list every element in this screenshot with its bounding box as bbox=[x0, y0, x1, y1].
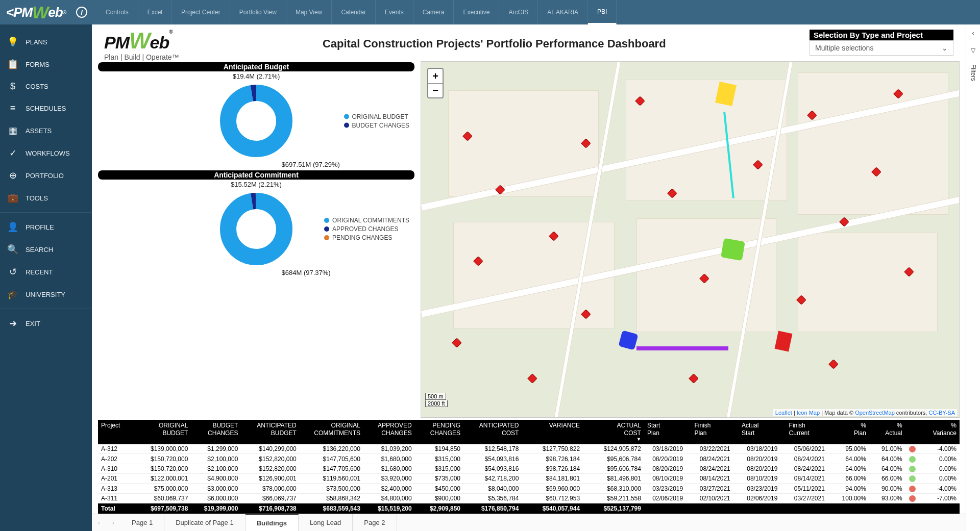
sidebar-label: TOOLS bbox=[26, 194, 48, 202]
topnav-excel[interactable]: Excel bbox=[138, 0, 172, 24]
col-header[interactable]: Project bbox=[98, 420, 130, 444]
topnav-calendar[interactable]: Calendar bbox=[332, 0, 376, 24]
chart-legend-1: ORIGINAL COMMITMENTSAPPROVED CHANGESPEND… bbox=[324, 215, 409, 243]
map-scale-ft: 2000 ft bbox=[425, 400, 448, 407]
sidebar-item-tools[interactable]: 💼TOOLS bbox=[0, 187, 92, 209]
map-scale-m: 500 m bbox=[425, 393, 446, 400]
osm-link[interactable]: OpenStreetMap bbox=[855, 410, 895, 416]
filters-label: Filters bbox=[970, 64, 977, 81]
map-zoom-in[interactable]: + bbox=[428, 69, 443, 83]
col-header[interactable]: Finish Plan bbox=[691, 420, 739, 444]
costs-icon: $ bbox=[7, 81, 18, 92]
table-row[interactable]: A-313$75,000,000$3,000,000$78,000,000$73… bbox=[98, 484, 960, 493]
sidebar-item-exit[interactable]: ➜EXIT bbox=[0, 312, 92, 335]
tools-icon: 💼 bbox=[7, 192, 18, 204]
leaflet-link[interactable]: Leaflet bbox=[775, 410, 792, 416]
col-header[interactable]: % Plan bbox=[833, 420, 869, 444]
table-row[interactable]: A-202$150,720,000$2,100,000$152,820,000$… bbox=[98, 454, 960, 464]
page-tab-page-1[interactable]: Page 1 bbox=[120, 514, 164, 531]
table-row[interactable]: A-311$60,069,737$6,000,000$66,069,737$58… bbox=[98, 493, 960, 503]
table-row[interactable]: A-201$122,000,001$4,900,000$126,900,001$… bbox=[98, 474, 960, 484]
topnav-pbi[interactable]: PBI bbox=[588, 0, 617, 24]
col-header[interactable]: Start Plan bbox=[644, 420, 692, 444]
col-header[interactable]: Actual Start bbox=[739, 420, 786, 444]
chart-legend-0: ORIGINAL BUDGETBUDGET CHANGES bbox=[344, 112, 409, 131]
status-dot-icon bbox=[909, 475, 916, 482]
info-icon[interactable]: i bbox=[76, 7, 87, 18]
topnav-al-akaria[interactable]: AL AKARIA bbox=[538, 0, 588, 24]
chevron-down-icon: ⌄ bbox=[942, 44, 948, 52]
map-panel[interactable]: + − 500 m 2000 ft Leaflet | Icon Map | M… bbox=[421, 61, 960, 418]
sidebar-label: COSTS bbox=[26, 83, 48, 90]
topnav-camera[interactable]: Camera bbox=[413, 0, 454, 24]
sidebar-item-recent[interactable]: ↺RECENT bbox=[0, 261, 92, 283]
sidebar-item-costs[interactable]: $COSTS bbox=[0, 75, 92, 97]
sidebar-label: WORKFLOWS bbox=[26, 149, 70, 157]
chevron-left-icon[interactable]: ‹ bbox=[972, 30, 974, 37]
project-selector-dropdown[interactable]: Multiple selections ⌄ bbox=[810, 40, 953, 56]
status-dot-icon bbox=[909, 456, 916, 463]
sidebar-item-plans[interactable]: 💡PLANS bbox=[0, 31, 92, 53]
table-row[interactable]: A-310$150,720,000$2,100,000$152,820,000$… bbox=[98, 464, 960, 473]
filter-icon[interactable]: ▽ bbox=[971, 47, 975, 54]
schedules-icon: ≡ bbox=[7, 103, 18, 114]
chart-title-0: Anticipated Budget bbox=[98, 62, 414, 71]
col-header[interactable]: ANTICIPATED BUDGET bbox=[241, 420, 299, 444]
table-row[interactable]: A-312$139,000,000$1,299,000$140,299,000$… bbox=[98, 444, 960, 454]
page-tab-long-lead[interactable]: Long Lead bbox=[299, 514, 353, 531]
page-tab-buildings[interactable]: Buildings bbox=[246, 514, 299, 531]
col-header[interactable]: ORIGINAL BUDGET bbox=[130, 420, 191, 444]
svg-point-2 bbox=[228, 201, 284, 257]
map-attribution: Leaflet | Icon Map | Map data © OpenStre… bbox=[773, 409, 957, 416]
sidebar-item-assets[interactable]: ▦ASSETS bbox=[0, 119, 92, 142]
sidebar-item-university[interactable]: 🎓UNIVERSITY bbox=[0, 283, 92, 306]
sidebar-label: SEARCH bbox=[26, 246, 53, 254]
sidebar-item-schedules[interactable]: ≡SCHEDULES bbox=[0, 97, 92, 119]
filters-rail[interactable]: ‹ ▽ Filters bbox=[966, 24, 980, 531]
col-header[interactable]: % Actual bbox=[869, 420, 905, 444]
left-sidebar: 💡PLANS📋FORMS$COSTS≡SCHEDULES▦ASSETS✓WORK… bbox=[0, 24, 92, 531]
page-tab-duplicate-of-page-1[interactable]: Duplicate of Page 1 bbox=[164, 514, 245, 531]
map-zoom-controls: + − bbox=[427, 68, 444, 98]
selector-label: Selection By Type and Project bbox=[810, 30, 953, 40]
topnav-project-center[interactable]: Project Center bbox=[172, 0, 230, 24]
status-dot-icon bbox=[909, 495, 916, 502]
col-header[interactable]: ANTICIPATED COST bbox=[463, 420, 522, 444]
col-header[interactable]: BUDGET CHANGES bbox=[191, 420, 241, 444]
col-header[interactable]: PENDING CHANGES bbox=[415, 420, 463, 444]
cc-link[interactable]: CC-BY-SA bbox=[928, 410, 955, 416]
app-logo: <PMWeb® bbox=[0, 3, 72, 22]
topnav-map-view[interactable]: Map View bbox=[286, 0, 332, 24]
topnav-executive[interactable]: Executive bbox=[454, 0, 499, 24]
page-prev[interactable]: ‹ bbox=[92, 519, 106, 526]
projects-table: ProjectORIGINAL BUDGETBUDGET CHANGESANTI… bbox=[98, 420, 960, 514]
col-header[interactable]: ORIGINAL COMMITMENTS bbox=[300, 420, 363, 444]
portfolio-icon: ⊕ bbox=[7, 170, 18, 181]
topnav-portfolio-view[interactable]: Portfolio View bbox=[230, 0, 286, 24]
topnav-events[interactable]: Events bbox=[376, 0, 413, 24]
sidebar-item-profile[interactable]: 👤PROFILE bbox=[0, 216, 92, 238]
sidebar-item-workflows[interactable]: ✓WORKFLOWS bbox=[0, 142, 92, 164]
chart-label: $19.4M (2.71%) bbox=[233, 72, 280, 80]
data-table-wrap: ProjectORIGINAL BUDGETBUDGET CHANGESANTI… bbox=[92, 418, 966, 514]
col-header[interactable]: VARIANCE bbox=[522, 420, 583, 444]
iconmap-link[interactable]: Icon Map bbox=[797, 410, 820, 416]
sidebar-item-search[interactable]: 🔍SEARCH bbox=[0, 238, 92, 261]
map-zoom-out[interactable]: − bbox=[428, 83, 443, 97]
sidebar-item-portfolio[interactable]: ⊕PORTFOLIO bbox=[0, 164, 92, 187]
col-header[interactable]: ACTUAL COST▼ bbox=[583, 420, 644, 444]
topnav-arcgis[interactable]: ArcGIS bbox=[499, 0, 538, 24]
col-header[interactable]: % Variance bbox=[919, 420, 960, 444]
sidebar-label: FORMS bbox=[26, 61, 50, 68]
col-header[interactable]: APPROVED CHANGES bbox=[363, 420, 415, 444]
topnav-controls[interactable]: Controls bbox=[96, 0, 138, 24]
sidebar-item-forms[interactable]: 📋FORMS bbox=[0, 53, 92, 75]
workflows-icon: ✓ bbox=[7, 147, 18, 159]
status-dot-icon bbox=[909, 486, 916, 492]
sidebar-label: PROFILE bbox=[26, 223, 54, 231]
donut-chart-0: $19.4M (2.71%)$697.51M (97.29%)ORIGINAL … bbox=[98, 72, 414, 169]
page-next[interactable]: › bbox=[106, 519, 120, 526]
status-dot-icon bbox=[909, 446, 916, 452]
page-tab-page-2[interactable]: Page 2 bbox=[353, 514, 397, 531]
col-header[interactable]: Finish Current bbox=[786, 420, 834, 444]
